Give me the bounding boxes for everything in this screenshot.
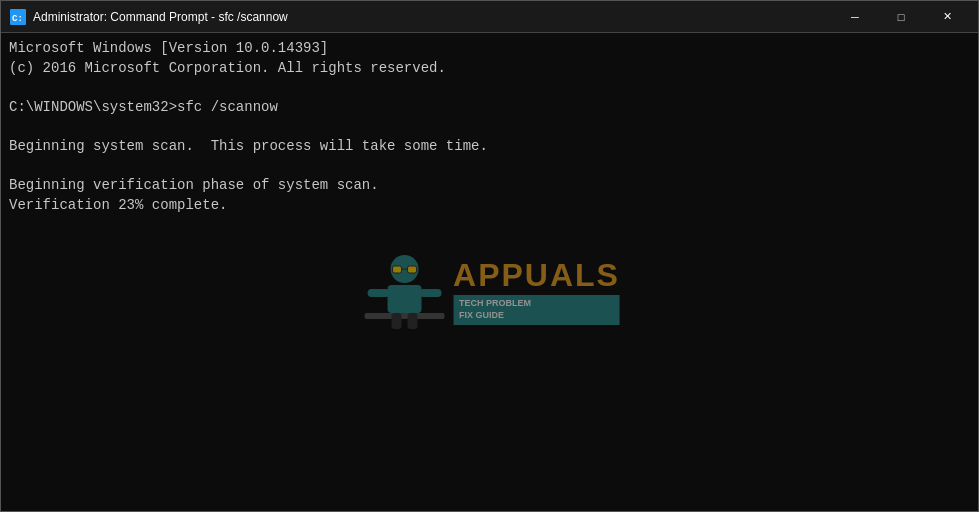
svg-rect-4: [407, 266, 416, 273]
cmd-window: C: Administrator: Command Prompt - sfc /…: [0, 0, 979, 512]
terminal-output: Microsoft Windows [Version 10.0.14393](c…: [9, 39, 970, 215]
svg-rect-6: [387, 285, 421, 313]
terminal-body[interactable]: Microsoft Windows [Version 10.0.14393](c…: [1, 33, 978, 511]
watermark-figure: [359, 247, 449, 337]
svg-point-2: [390, 255, 418, 283]
terminal-line: Verification 23% complete.: [9, 196, 970, 216]
minimize-button[interactable]: ─: [832, 1, 878, 33]
svg-rect-10: [391, 313, 401, 329]
cmd-icon: C:: [9, 8, 27, 26]
terminal-line: [9, 78, 970, 98]
svg-rect-11: [407, 313, 417, 329]
terminal-line: Beginning verification phase of system s…: [9, 176, 970, 196]
terminal-line: Microsoft Windows [Version 10.0.14393]: [9, 39, 970, 59]
close-button[interactable]: ✕: [924, 1, 970, 33]
title-bar: C: Administrator: Command Prompt - sfc /…: [1, 1, 978, 33]
terminal-line: Beginning system scan. This process will…: [9, 137, 970, 157]
maximize-button[interactable]: □: [878, 1, 924, 33]
terminal-line: C:\WINDOWS\system32>sfc /scannow: [9, 98, 970, 118]
svg-rect-7: [367, 289, 389, 297]
svg-rect-9: [364, 313, 444, 319]
watermark: APPUALS TECH PROBLEM FIX GUIDE: [359, 247, 620, 337]
svg-text:C:: C:: [12, 14, 23, 24]
watermark-text-area: APPUALS TECH PROBLEM FIX GUIDE: [453, 259, 620, 324]
terminal-line: (c) 2016 Microsoft Corporation. All righ…: [9, 59, 970, 79]
window-title: Administrator: Command Prompt - sfc /sca…: [33, 10, 832, 24]
terminal-line: [9, 157, 970, 177]
window-controls: ─ □ ✕: [832, 1, 970, 33]
terminal-line: [9, 117, 970, 137]
svg-rect-3: [392, 266, 401, 273]
svg-rect-8: [419, 289, 441, 297]
appuals-tagline: TECH PROBLEM FIX GUIDE: [459, 298, 614, 321]
appuals-brand-text: APPUALS: [453, 259, 620, 291]
appuals-tagline-box: TECH PROBLEM FIX GUIDE: [453, 295, 620, 324]
